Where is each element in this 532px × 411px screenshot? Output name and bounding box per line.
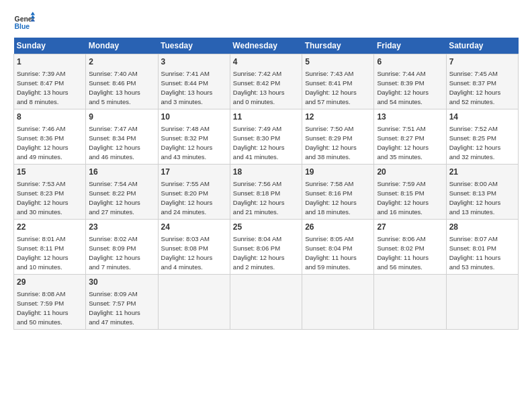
day-info: Sunrise: 7:45 AM Sunset: 8:37 PM Dayligh… <box>449 70 501 105</box>
col-header-sunday: Sunday <box>14 38 86 54</box>
calendar-cell <box>158 275 230 330</box>
col-header-thursday: Thursday <box>302 38 374 54</box>
calendar-cell <box>302 275 374 330</box>
calendar-cell: 30Sunrise: 8:09 AM Sunset: 7:57 PM Dayli… <box>86 275 158 330</box>
calendar-cell: 3Sunrise: 7:41 AM Sunset: 8:44 PM Daylig… <box>158 54 230 109</box>
col-header-wednesday: Wednesday <box>230 38 302 54</box>
calendar-cell: 17Sunrise: 7:55 AM Sunset: 8:20 PM Dayli… <box>158 165 230 220</box>
calendar-header-row: SundayMondayTuesdayWednesdayThursdayFrid… <box>14 38 519 54</box>
col-header-saturday: Saturday <box>446 38 518 54</box>
calendar-cell: 13Sunrise: 7:51 AM Sunset: 8:27 PM Dayli… <box>374 109 446 165</box>
day-info: Sunrise: 7:54 AM Sunset: 8:22 PM Dayligh… <box>89 180 140 216</box>
svg-text:Blue: Blue <box>15 23 30 30</box>
day-info: Sunrise: 7:50 AM Sunset: 8:29 PM Dayligh… <box>305 125 357 161</box>
svg-marker-2 <box>31 12 35 15</box>
calendar-cell: 9Sunrise: 7:47 AM Sunset: 8:34 PM Daylig… <box>86 109 158 165</box>
calendar-week-row: 29Sunrise: 8:08 AM Sunset: 7:59 PM Dayli… <box>14 275 519 330</box>
col-header-friday: Friday <box>374 38 446 54</box>
calendar-cell: 5Sunrise: 7:43 AM Sunset: 8:41 PM Daylig… <box>302 54 374 109</box>
day-info: Sunrise: 7:47 AM Sunset: 8:34 PM Dayligh… <box>89 125 140 161</box>
day-number: 13 <box>377 111 443 123</box>
day-info: Sunrise: 8:02 AM Sunset: 8:09 PM Dayligh… <box>89 235 140 271</box>
calendar-cell: 16Sunrise: 7:54 AM Sunset: 8:22 PM Dayli… <box>86 165 158 220</box>
day-number: 1 <box>17 56 83 68</box>
calendar-cell: 26Sunrise: 8:05 AM Sunset: 8:04 PM Dayli… <box>302 220 374 275</box>
calendar-cell: 8Sunrise: 7:46 AM Sunset: 8:36 PM Daylig… <box>14 109 86 165</box>
day-number: 16 <box>89 167 154 178</box>
day-number: 6 <box>377 56 443 68</box>
calendar-cell: 10Sunrise: 7:48 AM Sunset: 8:32 PM Dayli… <box>158 109 230 165</box>
day-number: 26 <box>305 222 371 233</box>
day-info: Sunrise: 8:09 AM Sunset: 7:57 PM Dayligh… <box>89 290 140 326</box>
calendar-cell: 20Sunrise: 7:59 AM Sunset: 8:15 PM Dayli… <box>374 165 446 220</box>
day-info: Sunrise: 7:49 AM Sunset: 8:30 PM Dayligh… <box>233 125 285 161</box>
day-info: Sunrise: 7:39 AM Sunset: 8:47 PM Dayligh… <box>17 70 69 105</box>
calendar-cell: 6Sunrise: 7:44 AM Sunset: 8:39 PM Daylig… <box>374 54 446 109</box>
logo: General Blue <box>13 11 35 32</box>
day-info: Sunrise: 7:48 AM Sunset: 8:32 PM Dayligh… <box>161 125 213 161</box>
logo-icon: General Blue <box>13 11 35 32</box>
calendar-cell: 22Sunrise: 8:01 AM Sunset: 8:11 PM Dayli… <box>14 220 86 275</box>
calendar-cell <box>230 275 302 330</box>
calendar-cell: 18Sunrise: 7:56 AM Sunset: 8:18 PM Dayli… <box>230 165 302 220</box>
day-number: 12 <box>305 111 371 123</box>
day-number: 18 <box>233 167 299 178</box>
day-info: Sunrise: 8:06 AM Sunset: 8:02 PM Dayligh… <box>377 235 429 271</box>
calendar-cell <box>374 275 446 330</box>
day-info: Sunrise: 7:46 AM Sunset: 8:36 PM Dayligh… <box>17 125 69 161</box>
calendar-cell: 27Sunrise: 8:06 AM Sunset: 8:02 PM Dayli… <box>374 220 446 275</box>
day-info: Sunrise: 7:43 AM Sunset: 8:41 PM Dayligh… <box>305 70 357 105</box>
calendar-page: General Blue SundayMondayTuesdayWednesda… <box>0 0 532 411</box>
calendar-cell: 12Sunrise: 7:50 AM Sunset: 8:29 PM Dayli… <box>302 109 374 165</box>
day-number: 10 <box>161 111 227 123</box>
day-info: Sunrise: 7:58 AM Sunset: 8:16 PM Dayligh… <box>305 180 357 216</box>
calendar-cell: 28Sunrise: 8:07 AM Sunset: 8:01 PM Dayli… <box>446 220 518 275</box>
calendar-cell: 4Sunrise: 7:42 AM Sunset: 8:42 PM Daylig… <box>230 54 302 109</box>
calendar-cell: 25Sunrise: 8:04 AM Sunset: 8:06 PM Dayli… <box>230 220 302 275</box>
day-number: 3 <box>161 56 227 68</box>
calendar-week-row: 8Sunrise: 7:46 AM Sunset: 8:36 PM Daylig… <box>14 109 519 165</box>
day-info: Sunrise: 7:51 AM Sunset: 8:27 PM Dayligh… <box>377 125 429 161</box>
calendar-week-row: 22Sunrise: 8:01 AM Sunset: 8:11 PM Dayli… <box>14 220 519 275</box>
calendar-cell: 14Sunrise: 7:52 AM Sunset: 8:25 PM Dayli… <box>446 109 518 165</box>
calendar-table: SundayMondayTuesdayWednesdayThursdayFrid… <box>13 38 519 330</box>
calendar-cell: 15Sunrise: 7:53 AM Sunset: 8:23 PM Dayli… <box>14 165 86 220</box>
calendar-cell: 1Sunrise: 7:39 AM Sunset: 8:47 PM Daylig… <box>14 54 86 109</box>
day-number: 15 <box>17 167 83 178</box>
day-info: Sunrise: 8:00 AM Sunset: 8:13 PM Dayligh… <box>449 180 501 216</box>
day-number: 9 <box>89 111 154 123</box>
calendar-week-row: 1Sunrise: 7:39 AM Sunset: 8:47 PM Daylig… <box>14 54 519 109</box>
day-number: 19 <box>305 167 371 178</box>
day-info: Sunrise: 7:55 AM Sunset: 8:20 PM Dayligh… <box>161 180 213 216</box>
day-info: Sunrise: 7:42 AM Sunset: 8:42 PM Dayligh… <box>233 70 285 105</box>
day-info: Sunrise: 8:01 AM Sunset: 8:11 PM Dayligh… <box>17 235 69 271</box>
day-number: 2 <box>89 56 154 68</box>
day-number: 8 <box>17 111 83 123</box>
day-number: 27 <box>377 222 443 233</box>
calendar-cell: 24Sunrise: 8:03 AM Sunset: 8:08 PM Dayli… <box>158 220 230 275</box>
calendar-cell: 2Sunrise: 7:40 AM Sunset: 8:46 PM Daylig… <box>86 54 158 109</box>
day-info: Sunrise: 8:03 AM Sunset: 8:08 PM Dayligh… <box>161 235 213 271</box>
day-number: 24 <box>161 222 227 233</box>
day-number: 20 <box>377 167 443 178</box>
calendar-cell: 7Sunrise: 7:45 AM Sunset: 8:37 PM Daylig… <box>446 54 518 109</box>
calendar-cell <box>446 275 518 330</box>
calendar-cell: 11Sunrise: 7:49 AM Sunset: 8:30 PM Dayli… <box>230 109 302 165</box>
day-number: 29 <box>17 277 83 288</box>
day-number: 25 <box>233 222 299 233</box>
day-number: 30 <box>89 277 154 288</box>
day-info: Sunrise: 8:07 AM Sunset: 8:01 PM Dayligh… <box>449 235 501 271</box>
day-info: Sunrise: 8:08 AM Sunset: 7:59 PM Dayligh… <box>17 290 69 326</box>
day-number: 5 <box>305 56 371 68</box>
day-number: 4 <box>233 56 299 68</box>
day-number: 23 <box>89 222 154 233</box>
day-info: Sunrise: 7:59 AM Sunset: 8:15 PM Dayligh… <box>377 180 429 216</box>
day-info: Sunrise: 7:40 AM Sunset: 8:46 PM Dayligh… <box>89 70 140 105</box>
calendar-cell: 19Sunrise: 7:58 AM Sunset: 8:16 PM Dayli… <box>302 165 374 220</box>
calendar-cell: 21Sunrise: 8:00 AM Sunset: 8:13 PM Dayli… <box>446 165 518 220</box>
day-number: 22 <box>17 222 83 233</box>
day-info: Sunrise: 7:56 AM Sunset: 8:18 PM Dayligh… <box>233 180 285 216</box>
day-info: Sunrise: 7:44 AM Sunset: 8:39 PM Dayligh… <box>377 70 429 105</box>
day-number: 17 <box>161 167 227 178</box>
day-info: Sunrise: 7:53 AM Sunset: 8:23 PM Dayligh… <box>17 180 69 216</box>
